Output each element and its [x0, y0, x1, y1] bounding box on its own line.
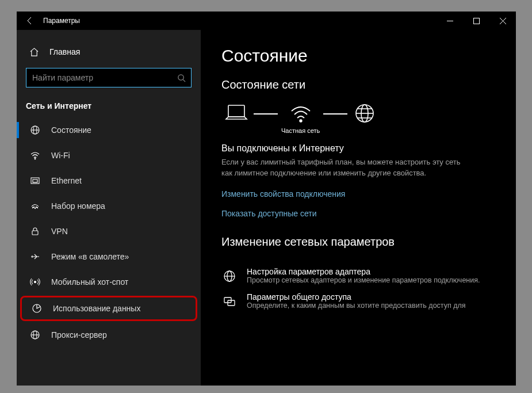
sidebar-item-label: VPN — [51, 227, 68, 236]
option-sharing-title: Параметры общего доступа — [247, 292, 466, 302]
sidebar-item-label: Использование данных — [53, 304, 140, 313]
option-sharing-sub: Определите, к каким данным вы хотите пре… — [247, 302, 466, 310]
link-change-properties[interactable]: Изменить свойства подключения — [221, 189, 495, 199]
connected-headline: Вы подключены к Интернету — [221, 143, 495, 154]
window-title: Параметры — [43, 17, 80, 25]
close-button[interactable] — [489, 12, 516, 30]
option-adapter-title: Настройка параметров адаптера — [247, 267, 480, 276]
dialup-icon — [29, 200, 41, 212]
status-icon — [29, 124, 41, 136]
home-icon — [29, 47, 39, 57]
sidebar-item-label: Состояние — [51, 125, 91, 135]
pc-node — [223, 102, 250, 135]
link-show-networks[interactable]: Показать доступные сети — [221, 209, 495, 218]
change-settings-heading: Изменение сетевых параметров — [221, 235, 495, 249]
airplane-icon — [29, 251, 41, 262]
sidebar: Главная Сеть и Интернет Состояние — [17, 30, 201, 386]
wifi-large-icon — [287, 102, 315, 125]
sidebar-item-datausage[interactable]: Использование данных — [20, 296, 197, 321]
sidebar-item-label: Ethernet — [51, 176, 82, 185]
sidebar-item-label: Прокси-сервер — [51, 330, 107, 339]
search-icon — [171, 74, 191, 82]
network-diagram: Частная сеть — [223, 102, 495, 135]
maximize-button[interactable] — [463, 12, 489, 30]
sidebar-item-wifi[interactable]: Wi-Fi — [17, 143, 201, 168]
globe-node — [351, 102, 378, 135]
option-adapter-settings[interactable]: Настройка параметров адаптера Просмотр с… — [221, 259, 495, 284]
wifi-icon — [29, 150, 41, 161]
svg-line-5 — [183, 79, 185, 82]
sidebar-item-label: Набор номера — [51, 201, 105, 211]
svg-rect-21 — [32, 231, 38, 235]
proxy-icon — [29, 329, 41, 341]
svg-point-4 — [178, 74, 183, 79]
sidebar-item-label: Режим «в самолете» — [51, 252, 129, 261]
connected-description: Если у вас лимитный тарифный план, вы мо… — [221, 157, 469, 179]
search-input[interactable] — [26, 73, 171, 82]
svg-point-19 — [33, 207, 34, 207]
sidebar-item-status[interactable]: Состояние — [17, 117, 201, 143]
sidebar-item-vpn[interactable]: VPN — [17, 219, 201, 244]
sidebar-item-ethernet[interactable]: Ethernet — [17, 168, 201, 193]
sidebar-item-label: Мобильный хот-спот — [51, 277, 128, 287]
adapter-icon — [221, 268, 238, 284]
sidebar-home-label: Главная — [49, 47, 80, 56]
sidebar-item-dialup[interactable]: Набор номера — [17, 193, 201, 219]
sidebar-item-label: Wi-Fi — [51, 151, 70, 160]
back-button[interactable] — [17, 12, 43, 30]
laptop-icon — [223, 102, 250, 125]
minimize-button[interactable] — [437, 12, 463, 30]
titlebar: Параметры — [17, 12, 516, 30]
svg-point-22 — [35, 281, 36, 283]
private-network-label: Частная сеть — [281, 127, 320, 135]
hotspot-icon — [29, 276, 41, 288]
sidebar-nav: Состояние Wi-Fi Ethernet — [17, 117, 201, 348]
sidebar-item-airplane[interactable]: Режим «в самолете» — [17, 244, 201, 269]
sidebar-home[interactable]: Главная — [17, 40, 201, 63]
router-node: Частная сеть — [281, 102, 320, 135]
search-box[interactable] — [26, 68, 192, 87]
svg-point-28 — [300, 120, 302, 122]
svg-point-16 — [32, 207, 33, 208]
svg-rect-1 — [473, 18, 479, 24]
page-title: Состояние — [221, 46, 495, 66]
network-status-heading: Состояние сети — [221, 78, 495, 91]
svg-rect-27 — [228, 105, 244, 117]
svg-point-18 — [37, 207, 37, 208]
sidebar-item-proxy[interactable]: Прокси-сервер — [17, 322, 201, 348]
svg-point-9 — [35, 158, 36, 159]
sidebar-item-hotspot[interactable]: Мобильный хот-спот — [17, 269, 201, 295]
svg-point-17 — [35, 208, 35, 208]
content-area: Состояние Состояние сети Частная сеть — [201, 30, 516, 386]
sharing-icon — [221, 293, 238, 310]
ethernet-icon — [29, 175, 41, 186]
svg-point-20 — [36, 207, 36, 207]
globe-icon — [351, 102, 378, 125]
connection-status: Вы подключены к Интернету Если у вас лим… — [221, 143, 495, 179]
option-sharing[interactable]: Параметры общего доступа Определите, к к… — [221, 284, 495, 310]
vpn-icon — [29, 226, 41, 237]
sidebar-section-label: Сеть и Интернет — [17, 92, 201, 117]
datausage-icon — [31, 303, 43, 314]
option-adapter-sub: Просмотр сетевых адаптеров и изменение п… — [247, 276, 480, 284]
settings-window: Параметры Главная — [17, 12, 516, 386]
